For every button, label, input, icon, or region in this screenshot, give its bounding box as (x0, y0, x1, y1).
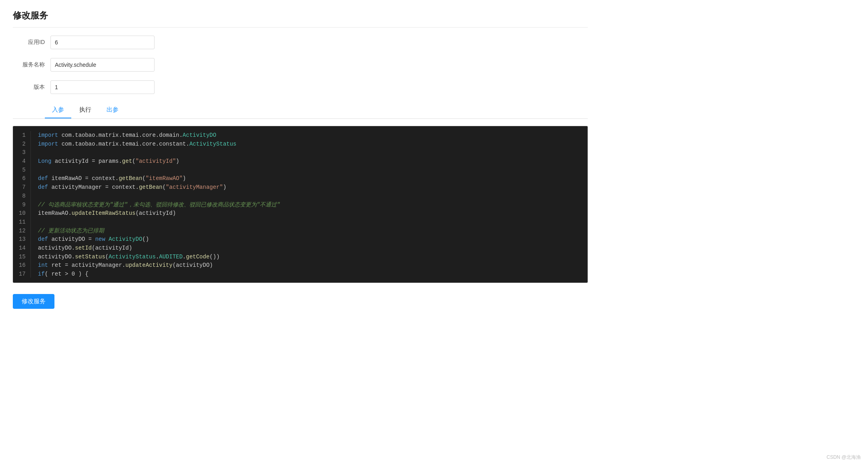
submit-button[interactable]: 修改服务 (13, 294, 54, 309)
tab-input[interactable]: 入参 (45, 103, 71, 118)
code-editor-wrapper: 1234567891011121314151617 import com.tao… (13, 126, 588, 283)
tab-exec[interactable]: 执行 (72, 103, 98, 118)
app-id-label: 应用ID (13, 39, 45, 46)
footer-note: CSDN @北海渔 (826, 454, 861, 461)
service-name-input[interactable] (50, 58, 155, 72)
app-id-row: 应用ID (13, 36, 588, 49)
version-input[interactable] (50, 80, 155, 94)
tabs-bar: 入参 执行 出参 (13, 103, 588, 119)
code-editor[interactable]: 1234567891011121314151617 import com.tao… (13, 126, 587, 282)
service-name-row: 服务名称 (13, 58, 588, 72)
page-title: 修改服务 (13, 10, 588, 28)
version-row: 版本 (13, 80, 588, 94)
tab-output[interactable]: 出参 (99, 103, 126, 118)
line-numbers: 1234567891011121314151617 (13, 131, 31, 278)
service-name-label: 服务名称 (13, 61, 45, 68)
code-lines: import com.taobao.matrix.temai.core.doma… (31, 131, 587, 278)
version-label: 版本 (13, 84, 45, 91)
app-id-input[interactable] (50, 36, 155, 49)
